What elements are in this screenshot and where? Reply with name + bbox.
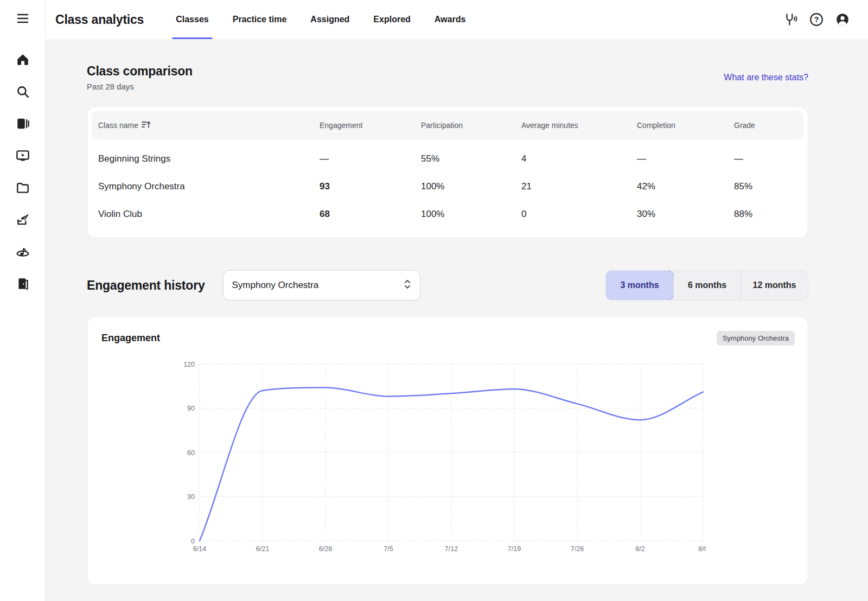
sidebar-item-library[interactable] [16, 118, 30, 132]
sidebar-item-assignments[interactable] [16, 214, 30, 228]
svg-text:8/2: 8/2 [635, 545, 644, 553]
comparison-subtitle: Past 28 days [87, 82, 193, 91]
series-badge: Symphony Orchestra [717, 331, 795, 346]
grade-value: 88% [734, 209, 803, 220]
svg-text:8/9: 8/9 [698, 545, 706, 553]
column-header-class-name[interactable]: Class name [98, 120, 320, 130]
tab-practice-time[interactable]: Practice time [229, 0, 291, 39]
sidebar-item-sight-reading[interactable] [16, 246, 30, 260]
comparison-title: Class comparison [87, 64, 193, 79]
average-minutes-value: 4 [521, 154, 637, 164]
search-icon [16, 85, 30, 101]
library-icon [16, 117, 30, 133]
hamburger-icon [17, 14, 29, 25]
svg-text:90: 90 [187, 405, 195, 412]
class-name: Violin Club [98, 209, 320, 220]
svg-text:7/26: 7/26 [571, 545, 584, 553]
main-content: Class comparison Past 28 days What are t… [46, 39, 868, 601]
column-header-participation: Participation [421, 121, 521, 130]
svg-text:6/21: 6/21 [256, 545, 269, 553]
completion-value: 42% [637, 181, 734, 192]
engagement-value: 68 [320, 209, 421, 220]
svg-text:7/5: 7/5 [384, 545, 393, 553]
engagement-value: — [320, 154, 421, 164]
svg-text:6/14: 6/14 [193, 545, 206, 553]
table-row: Beginning Strings — 55% 4 — — [92, 145, 803, 172]
column-header-grade: Grade [734, 121, 803, 130]
time-range-segmented-control: 3 months 6 months 12 months [605, 270, 808, 300]
sidebar-item-home[interactable] [16, 54, 30, 68]
engagement-value: 93 [320, 181, 421, 192]
topbar: Class analytics Classes Practice time As… [46, 0, 868, 39]
completion-value: 30% [637, 209, 734, 220]
sidebar-item-search[interactable] [16, 86, 30, 100]
class-select-value: Symphony Orchestra [232, 280, 319, 291]
svg-text:6/28: 6/28 [319, 545, 332, 553]
grade-value: — [734, 154, 803, 164]
average-minutes-value: 0 [521, 209, 637, 220]
table-row: Violin Club 68 100% 0 30% 88% [92, 200, 803, 228]
engagement-line-chart: 03060901206/146/216/287/57/127/197/268/2… [177, 357, 706, 559]
completion-value: — [637, 154, 734, 164]
range-6-months-button[interactable]: 6 months [673, 271, 741, 300]
svg-text:7/19: 7/19 [508, 545, 521, 553]
tab-assigned[interactable]: Assigned [307, 0, 353, 39]
page-title: Class analytics [55, 12, 144, 27]
tab-explored[interactable]: Explored [369, 0, 414, 39]
account-icon[interactable] [835, 12, 850, 27]
column-header-completion: Completion [637, 121, 734, 130]
door-icon [16, 277, 30, 293]
svg-text:0: 0 [191, 538, 195, 545]
engagement-history-title: Engagement history [87, 278, 205, 293]
grade-value: 85% [734, 181, 803, 192]
tuning-fork-icon[interactable] [783, 12, 797, 27]
participation-value: 100% [421, 181, 521, 192]
sidebar-item-video-lessons[interactable] [16, 150, 30, 164]
unfold-chevrons-icon [404, 278, 411, 293]
tab-classes[interactable]: Classes [172, 0, 213, 39]
average-minutes-value: 21 [521, 181, 637, 192]
folder-icon [16, 181, 30, 197]
class-name: Beginning Strings [98, 154, 320, 164]
assignment-send-icon [16, 213, 30, 229]
sidebar-item-exit[interactable] [16, 278, 30, 292]
eye-music-note-icon [16, 245, 30, 261]
column-header-average-minutes: Average minutes [521, 121, 637, 130]
column-header-engagement: Engagement [320, 121, 421, 130]
sidebar-item-folders[interactable] [16, 182, 30, 196]
svg-text:120: 120 [183, 361, 195, 368]
svg-text:30: 30 [187, 493, 195, 501]
range-12-months-button[interactable]: 12 months [741, 271, 808, 300]
participation-value: 55% [421, 154, 521, 164]
class-name: Symphony Orchestra [98, 181, 320, 192]
video-player-icon [16, 149, 30, 165]
table-header-row: Class name Engagement Participation Aver… [92, 111, 803, 139]
chart-title: Engagement [101, 333, 160, 344]
engagement-chart-card: Engagement Symphony Orchestra 0306090120… [87, 316, 808, 585]
home-icon [16, 53, 30, 69]
participation-value: 100% [421, 209, 521, 220]
tab-awards[interactable]: Awards [431, 0, 470, 39]
class-select-dropdown[interactable]: Symphony Orchestra [223, 270, 420, 300]
menu-button[interactable] [0, 0, 45, 39]
sort-ascending-icon [142, 120, 151, 130]
help-icon[interactable]: ? [809, 12, 824, 27]
svg-text:60: 60 [187, 449, 195, 457]
sidebar [0, 0, 46, 601]
range-3-months-button[interactable]: 3 months [605, 270, 674, 300]
tab-bar: Classes Practice time Assigned Explored … [164, 0, 477, 39]
svg-text:?: ? [814, 15, 819, 24]
class-comparison-table: Class name Engagement Participation Aver… [87, 106, 808, 238]
svg-text:7/12: 7/12 [445, 545, 458, 553]
table-row: Symphony Orchestra 93 100% 21 42% 85% [92, 172, 803, 200]
what-are-these-stats-link[interactable]: What are these stats? [724, 73, 808, 82]
